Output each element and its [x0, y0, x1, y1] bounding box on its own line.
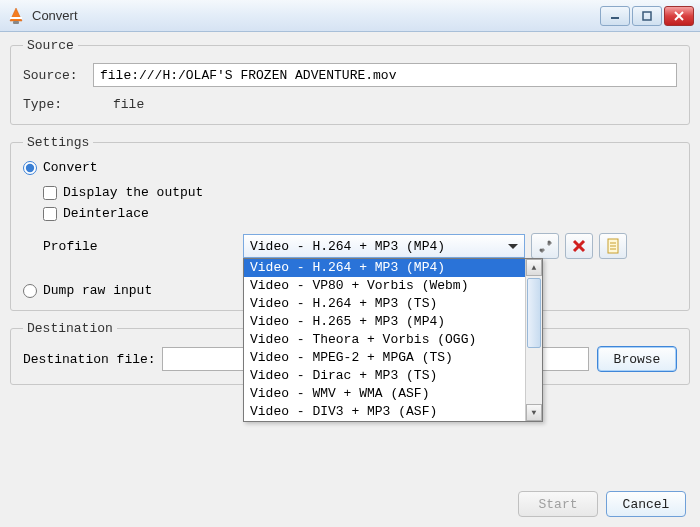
- svg-rect-1: [10, 17, 22, 19]
- app-icon: [6, 6, 26, 26]
- type-value: file: [113, 97, 144, 112]
- svg-point-7: [548, 241, 551, 244]
- new-profile-button[interactable]: [599, 233, 627, 259]
- edit-profile-button[interactable]: [531, 233, 559, 259]
- deinterlace-checkbox[interactable]: [43, 207, 57, 221]
- chevron-down-icon: [508, 244, 518, 249]
- close-button[interactable]: [664, 6, 694, 26]
- display-output-checkbox[interactable]: [43, 186, 57, 200]
- scrollbar[interactable]: ▲ ▼: [525, 259, 542, 421]
- profile-option[interactable]: Video - MPEG-2 + MPGA (TS): [244, 349, 542, 367]
- settings-legend: Settings: [23, 135, 93, 150]
- convert-label: Convert: [43, 160, 98, 175]
- doc-icon: [606, 238, 620, 254]
- profile-dropdown: Video - H.264 + MP3 (MP4)Video - VP80 + …: [243, 258, 543, 422]
- profile-option[interactable]: Video - Dirac + MP3 (TS): [244, 367, 542, 385]
- svg-rect-4: [643, 12, 651, 20]
- source-group: Source Source: Type: file: [10, 38, 690, 125]
- profile-option[interactable]: Video - VP80 + Vorbis (Webm): [244, 277, 542, 295]
- profile-option[interactable]: Video - H.264 + MP3 (MP4): [244, 259, 542, 277]
- settings-group: Settings Convert Display the output Dein…: [10, 135, 690, 311]
- title-bar: Convert: [0, 0, 700, 32]
- dump-raw-label: Dump raw input: [43, 283, 152, 298]
- profile-selected-value: Video - H.264 + MP3 (MP4): [250, 239, 445, 254]
- cancel-button[interactable]: Cancel: [606, 491, 686, 517]
- svg-marker-0: [10, 8, 22, 21]
- svg-point-8: [540, 249, 543, 252]
- scroll-down-icon[interactable]: ▼: [526, 404, 542, 421]
- convert-radio[interactable]: [23, 161, 37, 175]
- type-label: Type:: [23, 97, 93, 112]
- profile-label: Profile: [43, 239, 243, 254]
- scroll-up-icon[interactable]: ▲: [526, 259, 542, 276]
- browse-button[interactable]: Browse: [597, 346, 677, 372]
- delete-profile-button[interactable]: [565, 233, 593, 259]
- source-legend: Source: [23, 38, 78, 53]
- maximize-button[interactable]: [632, 6, 662, 26]
- svg-rect-2: [13, 21, 19, 24]
- display-output-label: Display the output: [63, 185, 203, 200]
- minimize-button[interactable]: [600, 6, 630, 26]
- destination-file-label: Destination file:: [23, 352, 156, 367]
- profile-option[interactable]: Video - H.264 + MP3 (TS): [244, 295, 542, 313]
- profile-select[interactable]: Video - H.264 + MP3 (MP4): [243, 234, 525, 258]
- tools-icon: [537, 238, 553, 254]
- window-title: Convert: [32, 8, 78, 23]
- destination-legend: Destination: [23, 321, 117, 336]
- profile-option[interactable]: Video - H.265 + MP3 (MP4): [244, 313, 542, 331]
- scroll-thumb[interactable]: [527, 278, 541, 348]
- source-label: Source:: [23, 68, 93, 83]
- dump-raw-radio[interactable]: [23, 284, 37, 298]
- deinterlace-label: Deinterlace: [63, 206, 149, 221]
- x-icon: [572, 239, 586, 253]
- start-button[interactable]: Start: [518, 491, 598, 517]
- source-input[interactable]: [93, 63, 677, 87]
- profile-option[interactable]: Video - WMV + WMA (ASF): [244, 385, 542, 403]
- profile-option[interactable]: Video - DIV3 + MP3 (ASF): [244, 403, 542, 421]
- profile-option[interactable]: Video - Theora + Vorbis (OGG): [244, 331, 542, 349]
